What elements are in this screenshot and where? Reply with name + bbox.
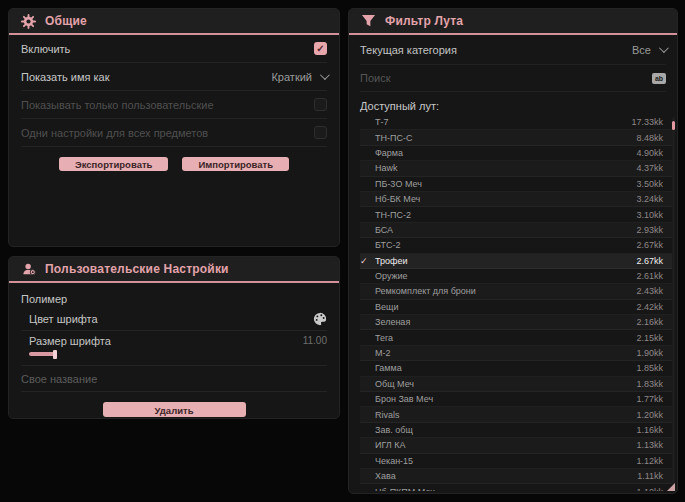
slider-fill <box>29 352 55 356</box>
delete-button[interactable]: Удалить <box>103 402 246 417</box>
loot-item-row[interactable]: Тега2.15kk <box>360 330 675 345</box>
loot-item-row[interactable]: Общ Меч1.83kk <box>360 377 675 392</box>
loot-item-name: Трофеи <box>374 256 636 266</box>
loot-item-row[interactable]: М-21.90kk <box>360 346 675 361</box>
import-button[interactable]: Импортировать <box>182 157 289 171</box>
loot-item-count: 4.90kk <box>636 148 663 158</box>
loot-item-count: 1.85kk <box>636 363 663 373</box>
loot-item-count: 17.33kk <box>631 117 663 127</box>
loot-item-count: 2.42kk <box>636 302 663 312</box>
loot-item-row[interactable]: БТС-22.67kk <box>360 238 675 253</box>
loot-item-count: 1.11kk <box>637 471 663 481</box>
loot-item-count: 3.50kk <box>636 179 663 189</box>
loot-item-name: М-2 <box>374 348 636 358</box>
row-enable: Включить ✓ <box>21 35 327 63</box>
loot-item-row[interactable]: Гамма1.85kk <box>360 361 675 376</box>
loot-item-name: ПБ-3О Меч <box>374 179 636 189</box>
loot-item-row[interactable]: Нб-БК Меч3.24kk <box>360 192 675 207</box>
loot-item-row[interactable]: Оружие2.61kk <box>360 269 675 284</box>
user-settings-icon <box>21 262 36 277</box>
show-name-as-value: Краткий <box>271 71 312 83</box>
search-options-icon[interactable]: ab <box>652 73 666 84</box>
font-size-label: Размер шрифта <box>29 335 111 347</box>
mod-settings-window: Общие Включить ✓ Показать имя как Кратки… <box>0 0 685 502</box>
loot-item-count: 3.24kk <box>636 194 663 204</box>
loot-item-count: 1.16kk <box>636 425 663 435</box>
row-font-color: Цвет шрифта <box>21 307 327 331</box>
loot-item-name: ИГЛ КА <box>374 440 636 450</box>
slider-handle[interactable] <box>53 350 57 359</box>
loot-item-count: 1.12kk <box>636 456 663 466</box>
enable-checkbox[interactable]: ✓ <box>314 42 327 55</box>
show-only-custom-checkbox[interactable] <box>314 98 327 111</box>
loot-item-row[interactable]: Ремкомплект для брони2.43kk <box>360 284 675 299</box>
row-show-name-as: Показать имя как Краткий <box>21 63 327 91</box>
loot-item-row[interactable]: Т-717.33kk <box>360 115 675 130</box>
loot-item-row[interactable]: ✓Трофеи2.67kk <box>360 254 675 269</box>
export-button[interactable]: Экспортировать <box>59 157 168 171</box>
available-loot-label: Доступный лут: <box>349 92 677 115</box>
loot-item-row[interactable]: ИГЛ КА1.13kk <box>360 438 675 453</box>
loot-item-count: 1.13kk <box>636 440 663 450</box>
loot-item-row[interactable]: ТН-ПС-23.10kk <box>360 207 675 222</box>
loot-item-row[interactable]: Брон Зав Меч1.77kk <box>360 392 675 407</box>
loot-item-name: ТН-ПС-2 <box>374 210 636 220</box>
loot-item-name: Общ Меч <box>374 379 636 389</box>
loot-item-count: 2.16kk <box>636 317 663 327</box>
custom-name-input[interactable] <box>21 366 327 392</box>
loot-item-row[interactable]: Чекан-151.12kk <box>360 454 675 469</box>
loot-item-name: Вещи <box>374 302 636 312</box>
loot-item-name: Нб-БК Меч <box>374 194 636 204</box>
panel-title-loot-filter: Фильтр Лута <box>385 14 463 28</box>
loot-item-name: ТН-ПС-С <box>374 133 636 143</box>
loot-item-row[interactable]: ПБ-3О Меч3.50kk <box>360 177 675 192</box>
loot-item-count: 2.67kk <box>636 240 663 250</box>
font-size-slider[interactable] <box>29 352 329 357</box>
chevron-down-icon <box>320 70 330 80</box>
loot-item-name: Хава <box>374 471 637 481</box>
loot-item-row[interactable]: Фарма4.90kk <box>360 146 675 161</box>
loot-item-row[interactable]: Хава1.11kk <box>360 469 675 484</box>
loot-item-count: 8.48kk <box>636 133 663 143</box>
scrollbar-thumb[interactable] <box>672 121 675 130</box>
loot-item-name: Зав. общ <box>374 425 636 435</box>
enable-label: Включить <box>21 43 70 55</box>
loot-item-count: 2.67kk <box>636 256 663 266</box>
show-name-as-dropdown[interactable]: Краткий <box>271 71 327 83</box>
search-input[interactable] <box>360 69 652 87</box>
loot-item-count: 1.20kk <box>636 410 663 420</box>
category-dropdown[interactable]: Все <box>632 44 666 56</box>
loot-item-row[interactable]: Нб-ПКПМ Меч1.10kk <box>360 484 675 491</box>
general-panel: Общие Включить ✓ Показать имя как Кратки… <box>8 8 340 247</box>
show-name-as-label: Показать имя как <box>21 71 110 83</box>
loot-item-count: 1.83kk <box>636 379 663 389</box>
same-settings-checkbox[interactable] <box>314 126 327 139</box>
loot-item-count: 4.37kk <box>636 163 663 173</box>
loot-item-row[interactable]: Вещи2.42kk <box>360 300 675 315</box>
scrollbar-track[interactable] <box>672 117 675 489</box>
export-import-row: Экспортировать Импортировать <box>21 147 327 179</box>
loot-item-name: Т-7 <box>374 117 631 127</box>
loot-list-wrap: Т-717.33kkТН-ПС-С8.48kkФарма4.90kkHawk4.… <box>360 115 675 491</box>
loot-item-row[interactable]: Зав. общ1.16kk <box>360 423 675 438</box>
loot-item-name: БТС-2 <box>374 240 636 250</box>
selected-item-name: Полимер <box>21 283 327 307</box>
loot-item-name: БСА <box>374 225 636 235</box>
loot-item-row[interactable]: БСА2.93kk <box>360 223 675 238</box>
loot-item-row[interactable]: ТН-ПС-С8.48kk <box>360 130 675 145</box>
loot-item-row[interactable]: Rivals1.20kk <box>360 407 675 422</box>
resize-handle[interactable] <box>667 483 675 491</box>
loot-item-row[interactable]: Зеленая2.16kk <box>360 315 675 330</box>
font-color-label: Цвет шрифта <box>29 313 98 325</box>
loot-item-name: Фарма <box>374 148 636 158</box>
custom-settings-header: Пользовательские Настройки <box>9 257 339 283</box>
row-current-category: Текущая категория Все <box>360 35 666 65</box>
loot-item-name: Тега <box>374 333 636 343</box>
palette-icon[interactable] <box>312 311 327 326</box>
loot-item-row[interactable]: Hawk4.37kk <box>360 161 675 176</box>
loot-item-name: Нб-ПКПМ Меч <box>374 487 636 491</box>
row-font-size: Размер шрифта 11.00 <box>21 331 327 366</box>
row-same-settings: Одни настройки для всех предметов <box>21 119 327 147</box>
delete-row: Удалить <box>21 392 327 419</box>
funnel-icon <box>361 14 376 29</box>
